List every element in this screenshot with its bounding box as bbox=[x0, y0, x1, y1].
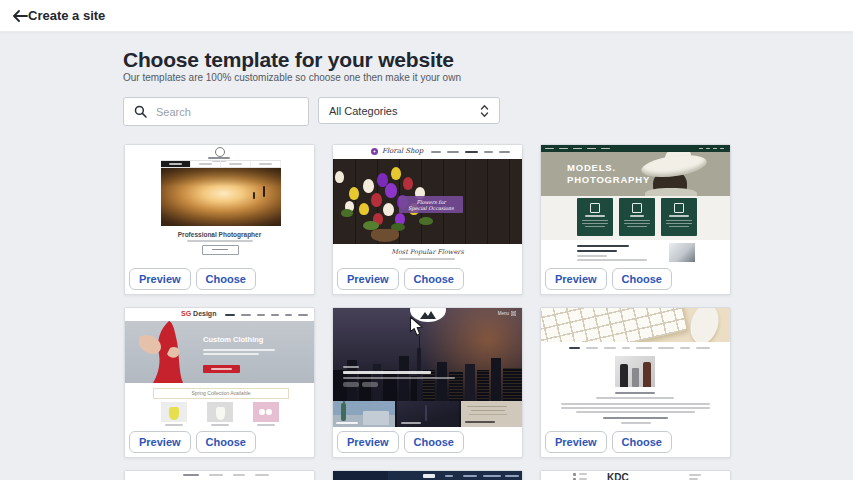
product-thumb-white-dress bbox=[207, 402, 233, 422]
site-section-title: Most Popular Flowers bbox=[333, 248, 522, 256]
site-text-section bbox=[541, 240, 730, 264]
site-feature-tiles bbox=[541, 196, 730, 240]
office-photo bbox=[615, 356, 655, 387]
template-thumbnail-floral-shop[interactable]: Floral Shop bbox=[333, 145, 522, 264]
top-bar: Create a site bbox=[0, 0, 853, 32]
flower-logo-icon bbox=[371, 148, 378, 155]
choose-button[interactable]: Choose bbox=[196, 268, 256, 290]
site-hero: MODELS. PHOTOGRAPHY bbox=[541, 152, 730, 196]
preview-button[interactable]: Preview bbox=[129, 268, 191, 290]
site-footer-strip: Most Popular Flowers bbox=[333, 244, 522, 264]
site-header: Floral Shop bbox=[333, 145, 522, 159]
keyboard-photo bbox=[541, 308, 730, 342]
template-card-photographer: Professional Photographer Preview Choose bbox=[124, 144, 315, 295]
night-sky-thumb bbox=[397, 401, 459, 427]
site-hero-title: MODELS. PHOTOGRAPHY bbox=[567, 162, 650, 186]
product-thumb-yellow-dress bbox=[161, 402, 187, 422]
template-thumbnail-kdc[interactable]: KDC bbox=[541, 471, 730, 480]
mouse bbox=[686, 308, 723, 342]
choose-button[interactable]: Choose bbox=[404, 431, 464, 453]
site-nav bbox=[541, 145, 730, 152]
site-nav bbox=[161, 160, 281, 168]
section-heading: Choose template for your website bbox=[123, 48, 454, 72]
template-card-business: Preview Choose bbox=[540, 307, 731, 458]
preview-button[interactable]: Preview bbox=[545, 268, 607, 290]
article-thumbnails bbox=[333, 401, 522, 427]
template-thumbnail-sg-design[interactable]: SG Design Custom Clothing Spring Collect… bbox=[125, 308, 314, 427]
chevron-up-down-icon bbox=[480, 104, 489, 118]
landscape-photo bbox=[161, 168, 281, 226]
template-card-models-photography: MODELS. PHOTOGRAPHY bbox=[540, 144, 731, 295]
site-cta-button bbox=[202, 245, 239, 255]
template-card-kdc: KDC bbox=[540, 470, 731, 480]
category-dropdown[interactable]: All Categories bbox=[318, 97, 500, 124]
tulip-bouquet-photo: Flowers for Special Occasions bbox=[333, 159, 522, 244]
category-selected-value: All Categories bbox=[329, 105, 397, 117]
preview-button[interactable]: Preview bbox=[545, 431, 607, 453]
sketch-thumb bbox=[461, 401, 522, 427]
site-hero: Custom Clothing bbox=[125, 321, 314, 383]
portrait-photo bbox=[669, 243, 695, 262]
preview-button[interactable]: Preview bbox=[337, 431, 399, 453]
keyboard bbox=[541, 308, 687, 342]
site-cta-button bbox=[203, 365, 240, 373]
choose-button[interactable]: Choose bbox=[612, 431, 672, 453]
site-menu: Menu bbox=[498, 311, 516, 316]
site-header: SG Design bbox=[125, 308, 314, 321]
search-box[interactable] bbox=[123, 97, 309, 126]
back-arrow-icon[interactable] bbox=[10, 7, 30, 25]
site-hero-banner: Flowers for Special Occasions bbox=[399, 196, 463, 213]
site-logo-text: KDC bbox=[607, 472, 629, 480]
preview-button[interactable]: Preview bbox=[129, 431, 191, 453]
menu-icon bbox=[511, 311, 516, 316]
template-thumbnail-city-guide[interactable]: Menu bbox=[333, 308, 522, 427]
site-logo-text: SG Design bbox=[181, 310, 216, 317]
template-thumbnail-models-photography[interactable]: MODELS. PHOTOGRAPHY bbox=[541, 145, 730, 264]
choose-button[interactable]: Choose bbox=[612, 268, 672, 290]
red-dress-model bbox=[139, 321, 199, 383]
site-hero-title: Custom Clothing bbox=[203, 335, 263, 344]
preview-button[interactable]: Preview bbox=[337, 268, 399, 290]
search-input[interactable] bbox=[154, 105, 308, 119]
mountain-logo-icon bbox=[420, 310, 436, 319]
template-thumbnail-minimal-tabs[interactable] bbox=[125, 471, 314, 480]
site-banner: Spring Collection Available bbox=[153, 388, 289, 399]
template-thumbnail-photographer[interactable]: Professional Photographer bbox=[125, 145, 314, 264]
site-title: Professional Photographer bbox=[125, 231, 314, 238]
template-card-navy-corporate bbox=[332, 470, 523, 480]
section-subheading: Our templates are 100% customizable so c… bbox=[123, 72, 461, 83]
choose-button[interactable]: Choose bbox=[196, 431, 256, 453]
template-thumbnail-business[interactable] bbox=[541, 308, 730, 427]
template-card-sg-design: SG Design Custom Clothing Spring Collect… bbox=[124, 307, 315, 458]
product-thumb-lingerie bbox=[253, 402, 279, 422]
template-thumbnail-navy-corporate[interactable] bbox=[333, 471, 522, 480]
choose-button[interactable]: Choose bbox=[404, 268, 464, 290]
model-shoulders bbox=[645, 188, 697, 196]
template-card-floral-shop: Floral Shop bbox=[332, 144, 523, 295]
statue-of-liberty-thumb bbox=[333, 401, 395, 427]
page-title: Create a site bbox=[28, 8, 105, 23]
site-header bbox=[333, 471, 522, 480]
template-card-city-guide: Menu bbox=[332, 307, 523, 458]
template-card-minimal-tabs bbox=[124, 470, 315, 480]
site-logo-text: Floral Shop bbox=[382, 147, 423, 155]
search-icon bbox=[134, 105, 147, 118]
